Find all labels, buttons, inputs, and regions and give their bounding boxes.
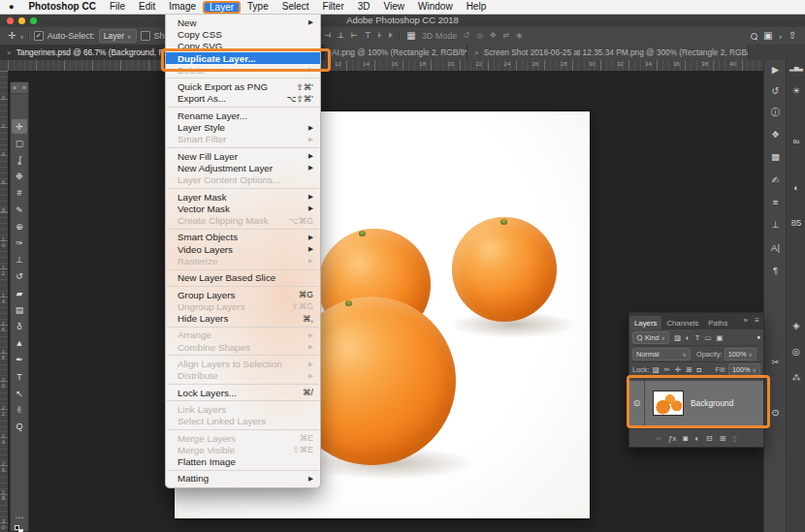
- learn-panel-icon[interactable]: ʘ: [764, 407, 787, 418]
- layers-dock-icon[interactable]: ◈: [787, 320, 805, 330]
- apple-menu-icon[interactable]: ●: [0, 2, 21, 12]
- marquee-tool[interactable]: ▢: [12, 136, 27, 150]
- menubar-item-type[interactable]: Type: [241, 0, 275, 14]
- align-center-icon[interactable]: ⊥: [338, 27, 344, 45]
- menu-item-new-layer-based-slice[interactable]: New Layer Based Slice: [166, 272, 320, 284]
- blend-mode-dropdown[interactable]: Normal ∨: [632, 348, 691, 360]
- layers-panel-tab-channels[interactable]: Channels: [661, 316, 703, 329]
- canvas-pasteboard[interactable]: [8, 71, 763, 532]
- menubar-item-layer[interactable]: Layer: [203, 1, 241, 14]
- 3d-zoom-icon[interactable]: ◈: [516, 27, 522, 45]
- move-tool[interactable]: ✛: [12, 119, 27, 134]
- hand-tool[interactable]: ✌: [12, 402, 27, 417]
- pen-tool[interactable]: ✒: [12, 353, 27, 367]
- brushes-panel-icon[interactable]: ≡: [764, 197, 787, 207]
- grid-icon[interactable]: ▦: [406, 27, 415, 45]
- brush-settings-panel-icon[interactable]: ✍: [764, 174, 787, 185]
- align-right-icon[interactable]: ⊢: [351, 27, 358, 45]
- distribute-horizontal-icon[interactable]: ⊧: [389, 27, 393, 45]
- menu-item-rename-layer[interactable]: Rename Layer...: [166, 110, 320, 121]
- paragraph-panel-icon[interactable]: ¶: [764, 265, 787, 275]
- menu-item-copy-css[interactable]: Copy CSS: [166, 28, 320, 40]
- menu-item-export-as[interactable]: Export As...⌥⇧⌘': [166, 93, 320, 105]
- fill-dropdown[interactable]: 100% ∨: [728, 363, 760, 376]
- layer-style-icon[interactable]: ƒx: [668, 434, 676, 443]
- tab-close-icon[interactable]: ×: [7, 48, 12, 57]
- 3d-dock-icon[interactable]: ◎: [787, 346, 805, 357]
- paths-dock-icon[interactable]: ⁂: [787, 372, 805, 383]
- menu-item-duplicate-layer[interactable]: Duplicate Layer...: [166, 52, 320, 64]
- history-brush-tool[interactable]: ↺: [12, 269, 27, 284]
- menu-item-group-layers[interactable]: Group Layers⌘G: [166, 289, 320, 300]
- search-icon[interactable]: [751, 33, 757, 40]
- opacity-dropdown[interactable]: 100% ∨: [724, 348, 757, 360]
- menubar-item-3d[interactable]: 3D: [351, 0, 377, 14]
- menubar-item-edit[interactable]: Edit: [132, 0, 162, 14]
- patterns-panel-icon[interactable]: ▦: [764, 151, 787, 162]
- lock-all-icon[interactable]: ◘: [695, 365, 702, 374]
- menubar-item-file[interactable]: File: [103, 0, 132, 14]
- 3d-roll-icon[interactable]: ◎: [476, 27, 483, 45]
- menu-item-new-adjustment-layer[interactable]: New Adjustment Layer▶: [166, 162, 320, 173]
- lock-move-icon[interactable]: ✛: [674, 365, 682, 374]
- menu-item-video-layers[interactable]: Video Layers▶: [166, 243, 320, 255]
- document-tab-3[interactable]: ×Screen Shot 2018-06-25 at 12.35.34 PM.p…: [467, 45, 749, 60]
- zoom-tool[interactable]: Q: [12, 420, 27, 434]
- layer-visibility-toggle[interactable]: ⊙: [629, 381, 645, 425]
- auto-select-dropdown[interactable]: Layer ∨: [99, 29, 137, 43]
- menu-item-matting[interactable]: Matting▶: [166, 473, 320, 485]
- menu-item-smart-objects[interactable]: Smart Objects▶: [166, 232, 320, 243]
- info-panel-icon[interactable]: ⓘ: [764, 107, 787, 119]
- menu-item-copy-svg[interactable]: Copy SVG: [166, 41, 320, 52]
- panel-more-icon[interactable]: »: [744, 316, 748, 325]
- filter-shape-icon[interactable]: ▭: [703, 333, 712, 342]
- lock-artboard-icon[interactable]: ⊞: [685, 365, 692, 374]
- filter-kind-dropdown[interactable]: Kind ∨: [632, 331, 669, 344]
- menubar-item-window[interactable]: Window: [411, 0, 460, 14]
- brush-tool[interactable]: ✑: [12, 235, 27, 250]
- filter-type-icon[interactable]: T: [694, 333, 701, 342]
- tool-chevron-icon[interactable]: ∨: [19, 33, 23, 40]
- libraries-panel-icon[interactable]: ∞: [787, 136, 805, 146]
- adjustments-panel-icon[interactable]: ☀: [787, 85, 805, 96]
- tools-collapse-icon[interactable]: »: [22, 84, 26, 91]
- glyphs-panel-icon[interactable]: 85: [787, 217, 805, 228]
- layers-panel-tab-layers[interactable]: Layers: [629, 316, 661, 329]
- layers-panel-tab-paths[interactable]: Paths: [703, 316, 732, 329]
- new-group-icon[interactable]: ⊟: [706, 434, 713, 443]
- layer-mask-icon[interactable]: ◙: [683, 434, 688, 443]
- type-tool[interactable]: T: [12, 369, 27, 384]
- menu-item-layer-mask[interactable]: Layer Mask▶: [166, 191, 320, 203]
- menubar-item-select[interactable]: Select: [275, 0, 316, 14]
- filter-adjustment-icon[interactable]: ◐: [685, 333, 692, 342]
- menu-item-new-fill-layer[interactable]: New Fill Layer▶: [166, 150, 320, 162]
- panel-menu-icon[interactable]: ≡: [755, 316, 759, 325]
- eyedropper-tool[interactable]: ✎: [12, 203, 27, 217]
- document-tab-2[interactable]: AI.png @ 100% (Rectangle 2, RGB/8*) *: [325, 45, 467, 60]
- menu-item-flatten-image[interactable]: Flatten Image: [166, 456, 320, 468]
- workspace-chevron-icon[interactable]: ∨: [778, 33, 782, 40]
- align-left-icon[interactable]: ⊣: [324, 27, 331, 45]
- gradient-tool[interactable]: ▤: [12, 302, 27, 317]
- history-panel-icon[interactable]: ↺: [764, 85, 787, 96]
- filter-pixel-icon[interactable]: ▨: [673, 333, 682, 342]
- 3d-pan-icon[interactable]: ✥: [490, 27, 497, 45]
- menu-item-quick-export-as-png[interactable]: Quick Export as PNG⇧⌘': [166, 80, 320, 92]
- 3d-slide-icon[interactable]: ⇄: [503, 27, 510, 45]
- properties-panel-icon[interactable]: ◐: [787, 182, 805, 193]
- blur-tool[interactable]: δ: [12, 319, 27, 333]
- align-top-icon[interactable]: ⊤: [365, 27, 371, 45]
- tools-close-icon[interactable]: ×: [13, 84, 16, 91]
- actions-panel-icon[interactable]: ▶: [764, 64, 787, 75]
- filter-smart-object-icon[interactable]: ▣: [715, 333, 724, 342]
- distribute-vertical-icon[interactable]: ⊦: [378, 27, 382, 45]
- lock-transparency-icon[interactable]: ▨: [651, 365, 660, 374]
- character-panel-icon[interactable]: A|: [764, 242, 787, 253]
- clone-stamp-tool[interactable]: ⊥: [12, 253, 27, 267]
- menubar-item-image[interactable]: Image: [162, 0, 203, 14]
- menu-item-lock-layers[interactable]: Lock Layers...⌘/: [166, 387, 320, 398]
- histogram-panel-icon[interactable]: ▂▅▃: [787, 64, 805, 71]
- lock-paint-icon[interactable]: ✑: [663, 365, 671, 374]
- eraser-tool[interactable]: ▰: [12, 286, 27, 300]
- tool-presets-panel-icon[interactable]: ✂: [764, 357, 787, 367]
